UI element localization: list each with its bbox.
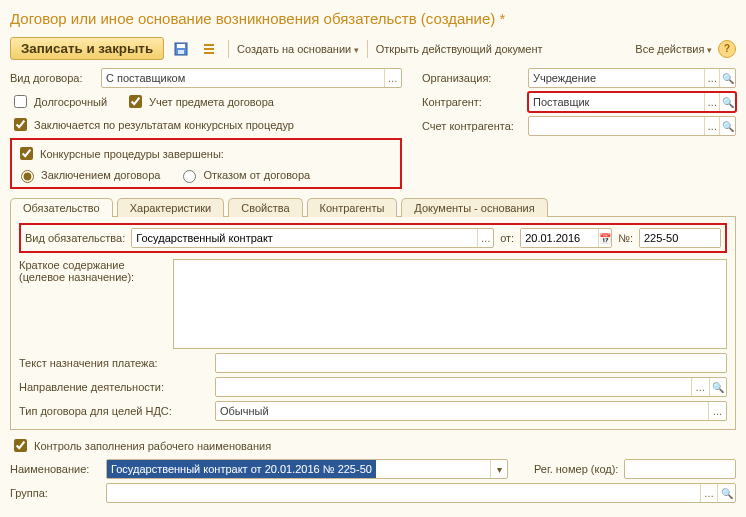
save-close-button[interactable]: Записать и закрыть bbox=[10, 37, 164, 60]
control-label: Контроль заполнения рабочего наименовани… bbox=[34, 440, 271, 452]
name-label: Наименование: bbox=[10, 463, 100, 475]
tab-counterparties[interactable]: Контрагенты bbox=[307, 198, 398, 217]
reg-field[interactable] bbox=[624, 459, 736, 479]
account-label: Счет контрагента: bbox=[422, 120, 522, 132]
payment-text-input[interactable] bbox=[216, 354, 726, 372]
help-icon[interactable]: ? bbox=[718, 40, 736, 58]
open-active-doc-link[interactable]: Открыть действующий документ bbox=[376, 43, 543, 55]
tabs: Обязательство Характеристики Свойства Ко… bbox=[10, 197, 736, 216]
all-actions-button[interactable]: Все действия bbox=[635, 43, 712, 55]
svg-rect-5 bbox=[204, 52, 214, 54]
activity-input[interactable] bbox=[216, 378, 691, 396]
radio-by-refuse[interactable]: Отказом от договора bbox=[178, 167, 310, 183]
ellipsis-icon[interactable]: … bbox=[700, 484, 718, 502]
control-checkbox[interactable]: Контроль заполнения рабочего наименовани… bbox=[10, 436, 271, 455]
ellipsis-icon[interactable]: … bbox=[708, 402, 726, 420]
num-field[interactable] bbox=[639, 228, 721, 248]
vat-label: Тип договора для целей НДС: bbox=[19, 405, 209, 417]
tender-done-label: Конкурсные процедуры завершены: bbox=[40, 148, 224, 160]
date-field[interactable]: 📅 bbox=[520, 228, 612, 248]
tab-properties[interactable]: Свойства bbox=[228, 198, 302, 217]
reg-label: Рег. номер (код): bbox=[534, 463, 618, 475]
by-tender-checkbox[interactable]: Заключается по результатам конкурсных пр… bbox=[10, 115, 294, 134]
counterparty-label: Контрагент: bbox=[422, 96, 522, 108]
ellipsis-icon[interactable]: … bbox=[477, 229, 493, 247]
ellipsis-icon[interactable]: … bbox=[384, 69, 401, 87]
page-title: Договор или иное основание возникновения… bbox=[10, 8, 736, 35]
tender-done-checkbox[interactable]: Конкурсные процедуры завершены: bbox=[16, 144, 224, 163]
contract-type-field[interactable]: … bbox=[101, 68, 402, 88]
name-value: Государственный контракт от 20.01.2016 №… bbox=[107, 460, 376, 478]
search-icon[interactable]: 🔍 bbox=[719, 117, 735, 135]
svg-rect-4 bbox=[204, 48, 214, 50]
search-icon[interactable]: 🔍 bbox=[709, 378, 726, 396]
payment-text-field[interactable] bbox=[215, 353, 727, 373]
counterparty-input[interactable] bbox=[529, 93, 704, 111]
summary-label1: Краткое содержание bbox=[19, 259, 167, 271]
org-field[interactable]: … 🔍 bbox=[528, 68, 736, 88]
by-tender-label: Заключается по результатам конкурсных пр… bbox=[34, 119, 294, 131]
subject-checkbox[interactable]: Учет предмета договора bbox=[125, 92, 274, 111]
contract-type-input[interactable] bbox=[102, 69, 384, 87]
save-icon[interactable] bbox=[170, 38, 192, 60]
longterm-checkbox[interactable]: Долгосрочный bbox=[10, 92, 107, 111]
tab-characteristics[interactable]: Характеристики bbox=[117, 198, 225, 217]
create-based-button[interactable]: Создать на основании bbox=[237, 43, 359, 55]
tab-body: Вид обязательства: … от: 📅 №: Краткое со… bbox=[10, 216, 736, 430]
vat-input[interactable] bbox=[216, 402, 708, 420]
ellipsis-icon[interactable]: … bbox=[704, 93, 720, 111]
num-input[interactable] bbox=[640, 229, 720, 247]
payment-text-label: Текст назначения платежа: bbox=[19, 357, 209, 369]
obl-type-label: Вид обязательства: bbox=[25, 232, 125, 244]
dropdown-icon[interactable]: ▾ bbox=[490, 460, 507, 478]
radio-by-contract[interactable]: Заключением договора bbox=[16, 167, 160, 183]
calendar-icon[interactable]: 📅 bbox=[598, 229, 611, 247]
svg-rect-1 bbox=[177, 44, 185, 48]
longterm-label: Долгосрочный bbox=[34, 96, 107, 108]
tab-obligation[interactable]: Обязательство bbox=[10, 198, 113, 217]
group-label: Группа: bbox=[10, 487, 100, 499]
account-field[interactable]: … 🔍 bbox=[528, 116, 736, 136]
ellipsis-icon[interactable]: … bbox=[691, 378, 708, 396]
search-icon[interactable]: 🔍 bbox=[717, 484, 735, 502]
toolbar: Записать и закрыть Создать на основании … bbox=[10, 35, 736, 68]
group-field[interactable]: … 🔍 bbox=[106, 483, 736, 503]
date-input[interactable] bbox=[521, 229, 598, 247]
tender-status-box: Конкурсные процедуры завершены: Заключен… bbox=[10, 138, 402, 189]
list-icon[interactable] bbox=[198, 38, 220, 60]
num-label: №: bbox=[618, 232, 633, 244]
tab-documents[interactable]: Документы - основания bbox=[401, 198, 547, 217]
search-icon[interactable]: 🔍 bbox=[719, 69, 735, 87]
activity-label: Направление деятельности: bbox=[19, 381, 209, 393]
summary-label2: (целевое назначение): bbox=[19, 271, 167, 283]
name-field[interactable]: Государственный контракт от 20.01.2016 №… bbox=[106, 459, 508, 479]
ellipsis-icon[interactable]: … bbox=[704, 69, 720, 87]
activity-field[interactable]: … 🔍 bbox=[215, 377, 727, 397]
search-icon[interactable]: 🔍 bbox=[719, 93, 735, 111]
contract-type-label: Вид договора: bbox=[10, 72, 95, 84]
counterparty-field[interactable]: … 🔍 bbox=[528, 92, 736, 112]
org-label: Организация: bbox=[422, 72, 522, 84]
obl-type-input[interactable] bbox=[132, 229, 477, 247]
svg-rect-2 bbox=[178, 50, 184, 54]
vat-field[interactable]: … bbox=[215, 401, 727, 421]
subject-label: Учет предмета договора bbox=[149, 96, 274, 108]
obl-type-field[interactable]: … bbox=[131, 228, 494, 248]
svg-rect-3 bbox=[204, 44, 214, 46]
from-label: от: bbox=[500, 232, 514, 244]
summary-textarea[interactable] bbox=[173, 259, 727, 349]
obligation-row: Вид обязательства: … от: 📅 №: bbox=[19, 223, 727, 253]
reg-input[interactable] bbox=[625, 460, 735, 478]
org-input[interactable] bbox=[529, 69, 704, 87]
ellipsis-icon[interactable]: … bbox=[704, 117, 720, 135]
group-input[interactable] bbox=[107, 484, 700, 502]
account-input[interactable] bbox=[529, 117, 704, 135]
